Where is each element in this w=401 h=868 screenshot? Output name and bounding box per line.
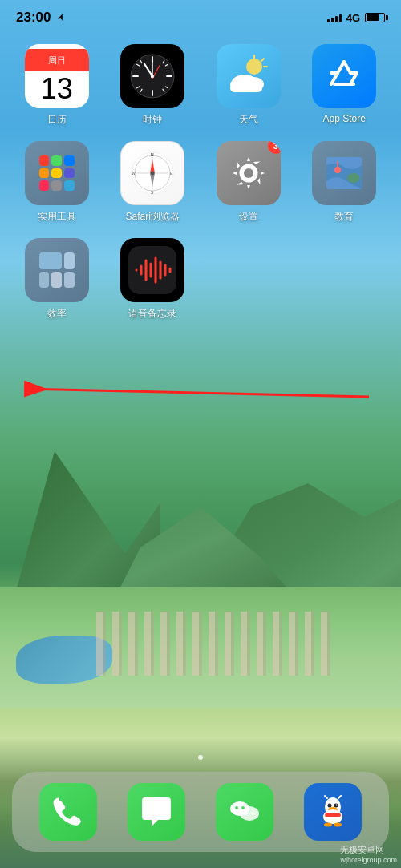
svg-line-20 (261, 59, 264, 61)
settings-label: 设置 (239, 210, 258, 224)
svg-point-40 (244, 168, 253, 178)
watermark: 无极安卓网 wjhotelgroup.com (340, 844, 397, 864)
page-indicator (198, 755, 203, 760)
education-label: 教育 (334, 210, 354, 224)
eff-mini-5 (64, 272, 75, 289)
eff-mini-4 (51, 272, 62, 289)
svg-text:W: W (132, 171, 136, 176)
app-safari[interactable]: N S E W Safari浏览器 (108, 141, 198, 224)
app-efficiency[interactable]: 效率 (12, 238, 102, 321)
wechat-icon (216, 783, 273, 841)
wechat-svg (227, 794, 262, 830)
clock-icon (120, 44, 184, 108)
signal-bars (327, 13, 342, 22)
svg-point-65 (330, 805, 331, 806)
eff-mini-1 (39, 252, 62, 269)
appstore-label: App Store (323, 113, 366, 124)
svg-point-59 (241, 806, 245, 809)
messages-svg (139, 794, 174, 830)
phone-svg (51, 794, 86, 830)
tools-mini-1 (39, 155, 50, 166)
weather-svg (221, 52, 277, 100)
svg-text:N: N (151, 152, 154, 157)
weather-visual (221, 56, 277, 96)
app-voicememo[interactable]: 语音备忘录 (108, 238, 198, 321)
calendar-label: 日历 (47, 113, 67, 127)
safari-icon: N S E W (120, 141, 184, 205)
arrow-annotation (0, 353, 401, 417)
education-icon (312, 141, 376, 205)
svg-point-18 (246, 59, 262, 75)
dock-wechat[interactable] (216, 783, 273, 841)
calendar-icon: 周日 13 (25, 44, 89, 108)
weather-icon (217, 44, 281, 108)
status-indicators: 4G (327, 12, 385, 24)
svg-point-17 (151, 75, 154, 78)
signal-bar-1 (327, 19, 330, 22)
svg-rect-69 (325, 813, 341, 817)
signal-bar-4 (339, 14, 342, 22)
qq-icon (304, 783, 362, 841)
svg-point-70 (324, 823, 332, 827)
tools-mini-5 (51, 168, 62, 179)
eff-mini-3 (39, 272, 50, 289)
dock-qq[interactable] (304, 783, 362, 841)
location-icon (56, 13, 66, 22)
dock (12, 772, 389, 852)
tools-mini-2 (51, 155, 62, 166)
app-appstore[interactable]: App Store (300, 44, 390, 127)
tools-mini-4 (39, 168, 50, 179)
svg-point-60 (245, 812, 248, 815)
app-tools[interactable]: 实用工具 (12, 141, 102, 224)
education-svg (320, 149, 368, 197)
clock-svg (128, 52, 176, 100)
svg-rect-25 (230, 84, 262, 92)
village-decoration (96, 612, 337, 676)
calendar-weekday: 周日 (25, 49, 89, 71)
safari-svg: N S E W (128, 149, 176, 197)
efficiency-grid (34, 248, 79, 293)
qq-svg (315, 794, 350, 830)
status-bar: 23:00 4G (0, 0, 401, 35)
efficiency-icon (25, 238, 89, 302)
appstore-icon (312, 44, 376, 108)
tools-mini-6 (64, 168, 75, 179)
app-education[interactable]: 教育 (300, 141, 390, 224)
tools-label: 实用工具 (38, 210, 76, 224)
tools-icon (25, 141, 89, 205)
tools-mini-8 (51, 180, 62, 191)
svg-line-55 (24, 389, 369, 397)
tools-grid (34, 151, 79, 196)
signal-bar-2 (331, 18, 334, 22)
dock-phone[interactable] (39, 783, 97, 841)
svg-point-58 (235, 806, 238, 809)
tools-mini-7 (39, 180, 50, 191)
app-settings[interactable]: 3 设置 (204, 141, 294, 224)
svg-point-66 (336, 805, 338, 806)
svg-line-72 (325, 796, 327, 798)
voicememo-svg (128, 246, 176, 294)
dock-messages[interactable] (128, 783, 185, 841)
battery-icon (365, 13, 385, 22)
svg-line-73 (338, 796, 341, 798)
tools-mini-9 (64, 180, 75, 191)
app-clock[interactable]: 时钟 (108, 44, 198, 127)
time-display: 23:00 (16, 10, 51, 26)
phone-icon (39, 783, 97, 841)
appstore-svg (323, 55, 365, 97)
safari-label: Safari浏览器 (126, 210, 180, 224)
app-weather[interactable]: 天气 (204, 44, 294, 127)
settings-icon: 3 (217, 141, 281, 205)
app-calendar[interactable]: 周日 13 日历 (12, 44, 102, 127)
signal-bar-3 (335, 16, 338, 22)
voicememo-label: 语音备忘录 (128, 307, 176, 321)
app-grid: 周日 13 日历 (12, 44, 389, 321)
svg-point-61 (251, 812, 254, 815)
settings-svg (229, 153, 269, 193)
settings-badge: 3 (268, 141, 281, 154)
messages-icon (128, 783, 185, 841)
clock-label: 时钟 (143, 113, 162, 127)
weather-label: 天气 (239, 113, 258, 127)
svg-point-71 (334, 823, 342, 827)
battery-fill (367, 14, 379, 21)
